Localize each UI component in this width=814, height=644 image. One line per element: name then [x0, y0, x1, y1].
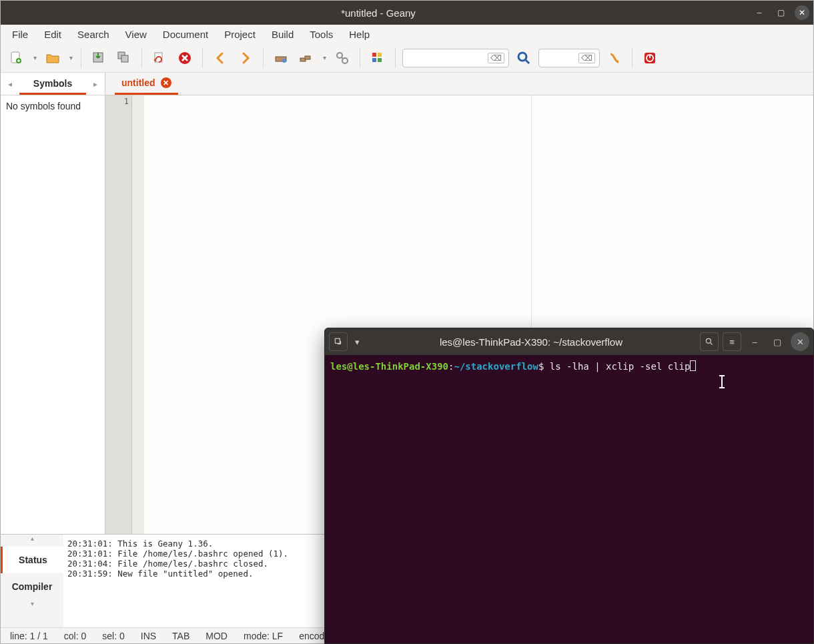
menu-edit[interactable]: Edit — [38, 27, 67, 42]
terminal-new-tab-dropdown[interactable]: ▾ — [352, 332, 362, 351]
terminal-header[interactable]: ▾ les@les-ThinkPad-X390: ~/stackoverflow… — [325, 328, 813, 355]
find-icon[interactable] — [513, 47, 534, 69]
terminal-prompt-userhost: les@les-ThinkPad-X390 — [330, 361, 448, 372]
menu-build[interactable]: Build — [266, 27, 300, 42]
svg-point-17 — [518, 53, 526, 61]
terminal-window[interactable]: ▾ les@les-ThinkPad-X390: ~/stackoverflow… — [324, 328, 814, 644]
menu-file[interactable]: File — [6, 27, 34, 42]
status-mode: mode: LF — [244, 631, 283, 641]
svg-point-12 — [342, 58, 348, 63]
status-ins: INS — [141, 631, 156, 641]
tab-untitled[interactable]: untitled ✕ — [115, 73, 178, 95]
tab-status[interactable]: Status — [1, 547, 63, 573]
svg-point-21 — [706, 338, 711, 343]
menu-project[interactable]: Project — [218, 27, 262, 42]
new-file-icon[interactable] — [6, 47, 27, 69]
execute-icon[interactable] — [332, 47, 353, 69]
svg-point-11 — [337, 53, 342, 58]
svg-rect-14 — [378, 53, 382, 57]
geany-title: *untitled - Geany — [5, 7, 752, 19]
tab-untitled-label: untitled — [121, 77, 155, 88]
goto-line-icon[interactable] — [604, 47, 625, 69]
msgs-scroll-down-icon[interactable]: ▾ — [1, 600, 63, 612]
toolbar-search-input[interactable]: ⌫ — [402, 49, 509, 67]
line-number-gutter: 1 — [105, 95, 132, 534]
menu-tools[interactable]: Tools — [304, 27, 339, 42]
terminal-search-icon[interactable] — [700, 332, 719, 351]
terminal-menu-icon[interactable]: ≡ — [723, 332, 741, 351]
msgs-scroll-up-icon[interactable]: ▴ — [1, 535, 63, 547]
minimize-button[interactable]: – — [752, 5, 767, 20]
symbols-empty-msg: No symbols found — [1, 95, 105, 117]
svg-rect-10 — [305, 56, 310, 59]
svg-rect-16 — [378, 58, 382, 62]
tab-symbols[interactable]: Symbols — [19, 73, 86, 95]
messages-tabs: ▴ Status Compiler ▾ — [1, 535, 63, 627]
terminal-new-tab-icon[interactable] — [329, 332, 348, 351]
terminal-command: ls -lha | xclip -sel clip — [550, 361, 691, 372]
fold-margin — [132, 95, 144, 534]
geany-toolbar: ▾ ▾ ▾ — [1, 43, 813, 73]
line-number-1: 1 — [108, 97, 129, 106]
clear-search-icon[interactable]: ⌫ — [488, 53, 504, 63]
save-all-icon[interactable] — [113, 47, 135, 69]
open-file-dropdown[interactable]: ▾ — [67, 54, 74, 61]
status-tab: TAB — [172, 631, 189, 641]
status-line: line: 1 / 1 — [10, 631, 48, 641]
menu-search[interactable]: Search — [71, 27, 115, 42]
text-cursor-icon — [721, 376, 723, 387]
save-icon[interactable] — [88, 47, 109, 69]
compile-icon[interactable] — [270, 47, 292, 69]
svg-rect-4 — [121, 55, 128, 62]
geany-sidebar: ◂ Symbols ▸ No symbols found — [1, 73, 105, 534]
geany-menubar: File Edit Search View Document Project B… — [1, 25, 813, 43]
close-file-icon[interactable] — [174, 47, 195, 69]
menu-view[interactable]: View — [119, 27, 153, 42]
terminal-close-button[interactable]: ✕ — [791, 332, 809, 351]
color-chooser-icon[interactable] — [367, 47, 388, 69]
build-dropdown[interactable]: ▾ — [321, 54, 328, 61]
terminal-body[interactable]: les@les-ThinkPad-X390:~/stackoverflow$ l… — [325, 355, 813, 643]
sidebar-scroll-left-icon[interactable]: ◂ — [1, 79, 19, 89]
toolbar-goto-input[interactable]: ⌫ — [538, 49, 600, 67]
svg-rect-13 — [372, 53, 376, 57]
svg-rect-20 — [335, 338, 340, 343]
menu-help[interactable]: Help — [343, 27, 376, 42]
open-file-icon[interactable] — [42, 47, 63, 69]
new-file-dropdown[interactable]: ▾ — [31, 54, 38, 61]
terminal-prompt-path: ~/stackoverflow — [454, 361, 538, 372]
status-col: col: 0 — [64, 631, 86, 641]
terminal-maximize-button[interactable]: ▢ — [768, 332, 787, 351]
status-mod: MOD — [206, 631, 228, 641]
clear-goto-icon[interactable]: ⌫ — [578, 53, 595, 63]
build-icon[interactable] — [296, 47, 317, 69]
revert-icon[interactable] — [149, 47, 170, 69]
document-tabs: untitled ✕ — [105, 73, 813, 95]
tab-compiler[interactable]: Compiler — [1, 573, 63, 600]
terminal-cursor — [690, 360, 696, 371]
terminal-minimize-button[interactable]: – — [745, 332, 764, 351]
svg-rect-15 — [372, 58, 376, 62]
tab-close-icon[interactable]: ✕ — [161, 77, 171, 88]
nav-forward-icon[interactable] — [235, 47, 256, 69]
sidebar-scroll-right-icon[interactable]: ▸ — [86, 79, 105, 89]
quit-icon[interactable] — [639, 47, 661, 69]
status-sel: sel: 0 — [102, 631, 124, 641]
svg-point-8 — [282, 59, 286, 63]
geany-titlebar[interactable]: *untitled - Geany – ▢ ✕ — [1, 1, 813, 25]
nav-back-icon[interactable] — [210, 47, 231, 69]
menu-document[interactable]: Document — [157, 27, 214, 42]
terminal-dollar: $ — [538, 361, 550, 372]
maximize-button[interactable]: ▢ — [773, 5, 788, 20]
terminal-title: les@les-ThinkPad-X390: ~/stackoverflow — [366, 336, 696, 348]
close-button[interactable]: ✕ — [795, 5, 809, 20]
